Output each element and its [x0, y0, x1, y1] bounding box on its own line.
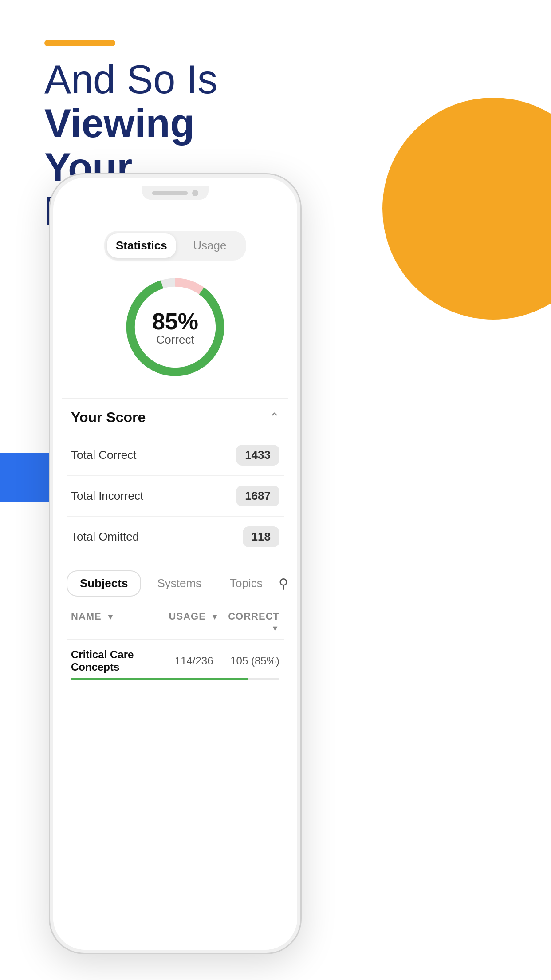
phone-mockup: Statistics Usage — [49, 173, 302, 954]
donut-chart: 85% Correct — [122, 274, 228, 380]
usage-sort-arrow: ▼ — [211, 612, 219, 621]
total-correct-label: Total Correct — [71, 448, 136, 462]
row-usage-value: 114/236 — [167, 655, 221, 667]
table-row[interactable]: Critical Care Concepts 114/236 105 (85%) — [67, 640, 284, 685]
donut-center: 85% Correct — [152, 308, 198, 347]
table-row-top: Critical Care Concepts 114/236 105 (85%) — [71, 648, 279, 673]
phone-content: Statistics Usage — [53, 209, 297, 950]
row-correct-value: 105 (85%) — [220, 655, 279, 667]
phone-inner: Statistics Usage — [53, 178, 297, 950]
filter-tabs: Subjects Systems Topics ⚲ ☷ — [67, 557, 284, 605]
hero-title-bold1: Viewing — [44, 101, 194, 146]
total-incorrect-label: Total Incorrect — [71, 489, 143, 503]
donut-label: Correct — [152, 333, 198, 347]
search-icon[interactable]: ⚲ — [279, 576, 288, 591]
name-sort-arrow: ▼ — [106, 612, 115, 621]
gold-circle-decoration — [382, 98, 551, 320]
notch-camera — [192, 190, 198, 196]
filter-tab-subjects[interactable]: Subjects — [67, 570, 141, 597]
donut-chart-container: 85% Correct — [67, 274, 284, 380]
col-correct-header[interactable]: CORRECT ▼ — [220, 611, 279, 634]
row-progress-fill — [71, 678, 248, 680]
donut-percent: 85% — [152, 308, 198, 335]
correct-sort-arrow: ▼ — [271, 624, 279, 633]
total-omitted-value: 118 — [243, 526, 279, 547]
total-incorrect-value: 1687 — [236, 486, 279, 506]
tab-selector: Statistics Usage — [104, 231, 246, 261]
phone-notch — [142, 186, 209, 200]
row-progress-bar — [71, 678, 279, 680]
total-omitted-row: Total Omitted 118 — [67, 516, 284, 557]
total-incorrect-row: Total Incorrect 1687 — [67, 475, 284, 516]
tab-usage[interactable]: Usage — [176, 233, 244, 258]
score-header: Your Score ⌃ — [67, 399, 284, 435]
table-header: NAME ▼ USAGE ▼ CORRECT ▼ — [67, 605, 284, 640]
total-correct-value: 1433 — [236, 445, 279, 466]
tab-statistics[interactable]: Statistics — [107, 233, 176, 258]
score-section: Your Score ⌃ Total Correct 1433 Total In… — [62, 398, 288, 557]
filter-icons: ⚲ ☷ — [279, 576, 297, 591]
phone-container: Statistics Usage — [49, 173, 302, 954]
col-name-header[interactable]: NAME ▼ — [71, 611, 167, 634]
hero-title-normal: And So Is — [44, 57, 217, 102]
total-omitted-label: Total Omitted — [71, 530, 139, 544]
chevron-up-icon[interactable]: ⌃ — [269, 410, 279, 425]
total-correct-row: Total Correct 1433 — [67, 435, 284, 475]
orange-bar-decoration — [44, 40, 115, 46]
filter-tab-topics[interactable]: Topics — [217, 571, 275, 596]
notch-bar — [152, 191, 188, 195]
filter-tab-systems[interactable]: Systems — [145, 571, 214, 596]
col-usage-header[interactable]: USAGE ▼ — [167, 611, 221, 634]
row-subject-name: Critical Care Concepts — [71, 648, 167, 673]
score-title: Your Score — [71, 409, 146, 426]
